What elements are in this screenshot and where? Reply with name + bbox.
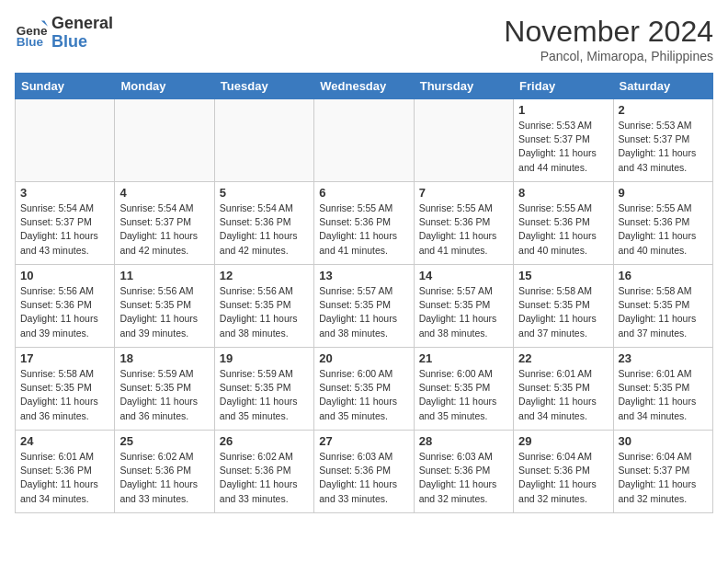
day-info: Sunrise: 5:55 AM Sunset: 5:36 PM Dayligh…: [419, 201, 508, 258]
day-info: Sunrise: 5:55 AM Sunset: 5:36 PM Dayligh…: [319, 201, 408, 258]
weekday-header: Tuesday: [214, 74, 313, 99]
calendar-cell: 18Sunrise: 5:59 AM Sunset: 5:35 PM Dayli…: [115, 348, 214, 431]
calendar-cell: 12Sunrise: 5:56 AM Sunset: 5:35 PM Dayli…: [214, 265, 313, 348]
day-info: Sunrise: 5:58 AM Sunset: 5:35 PM Dayligh…: [619, 284, 708, 340]
calendar-cell: 17Sunrise: 5:58 AM Sunset: 5:35 PM Dayli…: [16, 348, 115, 431]
weekday-header: Saturday: [613, 74, 712, 99]
day-number: 30: [619, 434, 708, 448]
calendar-cell: 1Sunrise: 5:53 AM Sunset: 5:37 PM Daylig…: [514, 99, 613, 182]
day-info: Sunrise: 5:54 AM Sunset: 5:37 PM Dayligh…: [119, 201, 209, 258]
calendar-cell: 4Sunrise: 5:54 AM Sunset: 5:37 PM Daylig…: [115, 182, 214, 265]
calendar-cell: 19Sunrise: 5:59 AM Sunset: 5:35 PM Dayli…: [214, 348, 313, 431]
day-info: Sunrise: 5:58 AM Sunset: 5:35 PM Dayligh…: [20, 367, 109, 423]
calendar-cell: 9Sunrise: 5:55 AM Sunset: 5:36 PM Daylig…: [613, 182, 712, 265]
day-number: 24: [20, 434, 109, 448]
day-number: 11: [119, 269, 209, 282]
logo-line1: General: [51, 15, 113, 33]
logo-line2: Blue: [51, 33, 113, 52]
day-info: Sunrise: 6:00 AM Sunset: 5:35 PM Dayligh…: [419, 367, 508, 423]
day-number: 5: [220, 186, 309, 200]
day-number: 3: [20, 186, 109, 200]
day-info: Sunrise: 6:01 AM Sunset: 5:36 PM Dayligh…: [20, 450, 109, 506]
calendar-cell: 5Sunrise: 5:54 AM Sunset: 5:36 PM Daylig…: [214, 182, 313, 265]
day-info: Sunrise: 5:59 AM Sunset: 5:35 PM Dayligh…: [119, 367, 209, 423]
day-info: Sunrise: 6:03 AM Sunset: 5:36 PM Dayligh…: [419, 450, 508, 506]
svg-text:Blue: Blue: [17, 35, 44, 49]
day-number: 28: [419, 434, 508, 448]
calendar-week-row: 17Sunrise: 5:58 AM Sunset: 5:35 PM Dayli…: [16, 348, 713, 431]
day-info: Sunrise: 6:04 AM Sunset: 5:37 PM Dayligh…: [619, 450, 708, 506]
calendar-cell: 24Sunrise: 6:01 AM Sunset: 5:36 PM Dayli…: [16, 431, 115, 513]
calendar-cell: 22Sunrise: 6:01 AM Sunset: 5:35 PM Dayli…: [514, 348, 613, 431]
calendar-cell: [414, 99, 513, 182]
calendar-week-row: 10Sunrise: 5:56 AM Sunset: 5:36 PM Dayli…: [16, 265, 713, 348]
calendar-cell: 29Sunrise: 6:04 AM Sunset: 5:36 PM Dayli…: [514, 431, 613, 513]
day-number: 21: [419, 351, 508, 365]
calendar-cell: [16, 99, 115, 182]
calendar-week-row: 1Sunrise: 5:53 AM Sunset: 5:37 PM Daylig…: [16, 99, 713, 182]
day-info: Sunrise: 5:58 AM Sunset: 5:35 PM Dayligh…: [518, 284, 608, 340]
day-number: 19: [220, 351, 309, 365]
day-info: Sunrise: 5:56 AM Sunset: 5:36 PM Dayligh…: [20, 284, 109, 340]
weekday-header: Wednesday: [314, 74, 414, 99]
day-info: Sunrise: 5:54 AM Sunset: 5:36 PM Dayligh…: [220, 201, 309, 258]
day-info: Sunrise: 5:55 AM Sunset: 5:36 PM Dayligh…: [619, 201, 708, 258]
calendar-week-row: 24Sunrise: 6:01 AM Sunset: 5:36 PM Dayli…: [16, 431, 713, 513]
calendar-cell: 30Sunrise: 6:04 AM Sunset: 5:37 PM Dayli…: [613, 431, 712, 513]
calendar-cell: 2Sunrise: 5:53 AM Sunset: 5:37 PM Daylig…: [613, 99, 712, 182]
day-number: 29: [518, 434, 608, 448]
title-block: November 2024 Pancol, Mimaropa, Philippi…: [504, 15, 713, 63]
day-number: 13: [319, 269, 408, 282]
day-info: Sunrise: 6:01 AM Sunset: 5:35 PM Dayligh…: [619, 367, 708, 423]
weekday-header: Friday: [514, 74, 613, 99]
day-number: 16: [619, 269, 708, 282]
day-number: 1: [518, 103, 608, 117]
logo: General Blue General Blue: [15, 15, 113, 52]
calendar-cell: 11Sunrise: 5:56 AM Sunset: 5:35 PM Dayli…: [115, 265, 214, 348]
day-info: Sunrise: 5:54 AM Sunset: 5:37 PM Dayligh…: [20, 201, 109, 258]
calendar-cell: 14Sunrise: 5:57 AM Sunset: 5:35 PM Dayli…: [414, 265, 513, 348]
day-number: 4: [119, 186, 209, 200]
location: Pancol, Mimaropa, Philippines: [504, 49, 713, 63]
weekday-header: Monday: [115, 74, 214, 99]
day-number: 7: [419, 186, 508, 200]
day-number: 20: [319, 351, 408, 365]
day-number: 23: [619, 351, 708, 365]
weekday-header: Thursday: [414, 74, 513, 99]
day-number: 8: [518, 186, 608, 200]
logo-text: General Blue: [51, 15, 113, 52]
day-number: 18: [119, 351, 209, 365]
day-info: Sunrise: 6:02 AM Sunset: 5:36 PM Dayligh…: [119, 450, 209, 506]
day-info: Sunrise: 6:02 AM Sunset: 5:36 PM Dayligh…: [220, 450, 309, 506]
calendar-cell: [314, 99, 414, 182]
calendar-cell: 13Sunrise: 5:57 AM Sunset: 5:35 PM Dayli…: [314, 265, 414, 348]
calendar-cell: 10Sunrise: 5:56 AM Sunset: 5:36 PM Dayli…: [16, 265, 115, 348]
page-header: General Blue General Blue November 2024 …: [15, 15, 713, 63]
calendar-cell: 20Sunrise: 6:00 AM Sunset: 5:35 PM Dayli…: [314, 348, 414, 431]
calendar-cell: 16Sunrise: 5:58 AM Sunset: 5:35 PM Dayli…: [613, 265, 712, 348]
day-info: Sunrise: 6:03 AM Sunset: 5:36 PM Dayligh…: [319, 450, 408, 506]
day-number: 6: [319, 186, 408, 200]
day-number: 9: [619, 186, 708, 200]
day-number: 2: [619, 103, 708, 117]
day-info: Sunrise: 5:53 AM Sunset: 5:37 PM Dayligh…: [619, 119, 708, 175]
calendar-cell: 28Sunrise: 6:03 AM Sunset: 5:36 PM Dayli…: [414, 431, 513, 513]
day-info: Sunrise: 5:59 AM Sunset: 5:35 PM Dayligh…: [220, 367, 309, 423]
weekday-header: Sunday: [16, 74, 115, 99]
calendar-week-row: 3Sunrise: 5:54 AM Sunset: 5:37 PM Daylig…: [16, 182, 713, 265]
day-number: 10: [20, 269, 109, 282]
day-info: Sunrise: 6:01 AM Sunset: 5:35 PM Dayligh…: [518, 367, 608, 423]
day-number: 14: [419, 269, 508, 282]
calendar-cell: 6Sunrise: 5:55 AM Sunset: 5:36 PM Daylig…: [314, 182, 414, 265]
day-info: Sunrise: 5:56 AM Sunset: 5:35 PM Dayligh…: [119, 284, 209, 340]
calendar-cell: 15Sunrise: 5:58 AM Sunset: 5:35 PM Dayli…: [514, 265, 613, 348]
day-number: 27: [319, 434, 408, 448]
calendar-body: 1Sunrise: 5:53 AM Sunset: 5:37 PM Daylig…: [16, 99, 713, 513]
day-number: 26: [220, 434, 309, 448]
day-info: Sunrise: 5:55 AM Sunset: 5:36 PM Dayligh…: [518, 201, 608, 258]
day-info: Sunrise: 5:57 AM Sunset: 5:35 PM Dayligh…: [419, 284, 508, 340]
day-info: Sunrise: 5:53 AM Sunset: 5:37 PM Dayligh…: [518, 119, 608, 175]
day-number: 17: [20, 351, 109, 365]
day-info: Sunrise: 5:57 AM Sunset: 5:35 PM Dayligh…: [319, 284, 408, 340]
calendar-cell: [115, 99, 214, 182]
